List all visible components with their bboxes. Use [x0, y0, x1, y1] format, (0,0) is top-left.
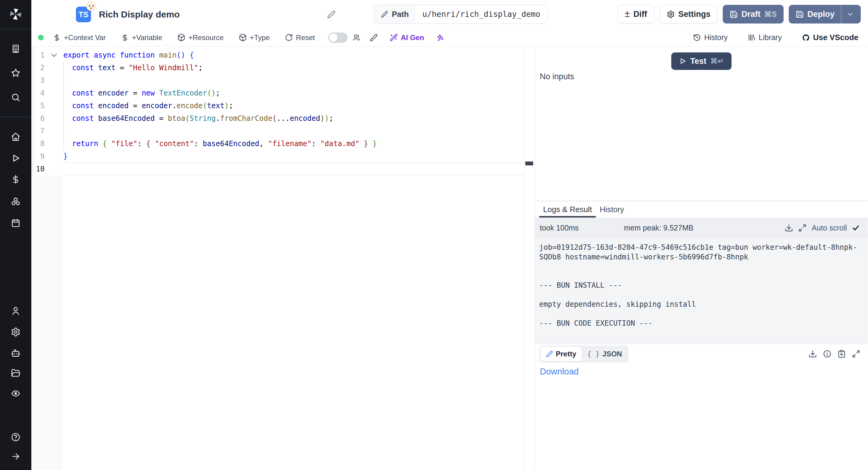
history-button[interactable]: History	[691, 33, 730, 42]
tab-logs-result[interactable]: Logs & Result	[539, 201, 596, 218]
code-line[interactable]: 6 const base64Encoded = btoa(String.from…	[31, 112, 524, 125]
library-icon	[747, 33, 755, 41]
add-resource-button[interactable]: +Resource	[176, 33, 225, 42]
pen-icon	[546, 350, 553, 357]
format-brush-icon[interactable]	[370, 33, 378, 41]
header-actions: ± Diff Settings Draft ⌘S Deploy	[618, 5, 861, 24]
sidebar-item-workspace[interactable]	[11, 44, 21, 54]
info-icon[interactable]	[823, 349, 832, 358]
line-number: 2	[31, 61, 44, 74]
sidebar-item-favorites[interactable]	[11, 68, 21, 78]
ai-gen-button[interactable]: AI Gen	[388, 33, 426, 42]
sidebar-item-resources[interactable]	[11, 197, 21, 207]
auto-scroll-label: Auto scroll	[812, 224, 847, 232]
toolbar-right: History Library Use VScode	[675, 33, 860, 42]
line-number: 1	[31, 49, 44, 61]
sidebar-item-runs[interactable]	[11, 153, 21, 163]
line-number: 8	[31, 137, 44, 150]
diff-mode-toggle[interactable]	[328, 33, 347, 43]
fold-chevron-icon[interactable]	[44, 49, 63, 61]
sidebar-item-folders[interactable]	[11, 368, 21, 378]
code-line[interactable]: 1export async function main() {	[31, 49, 524, 61]
add-context-var-button[interactable]: +Context Var	[51, 33, 107, 42]
sidebar-item-search[interactable]	[11, 93, 21, 102]
add-type-button[interactable]: +Type	[237, 33, 272, 42]
editor-gutter-bottom	[31, 175, 63, 470]
fold-margin	[44, 137, 63, 150]
code-editor[interactable]: 1export async function main() {2 const t…	[31, 46, 525, 470]
code-line[interactable]: 7	[31, 125, 524, 137]
library-button[interactable]: Library	[746, 33, 783, 42]
run-stats-bar: took 100ms mem peak: 9.527MB Auto scroll	[535, 218, 868, 238]
collaborators-icon[interactable]	[352, 33, 361, 41]
sidebar-item-help[interactable]	[11, 432, 21, 442]
result-toolbar: Pretty { } JSON	[535, 344, 868, 364]
sidebar-item-users[interactable]	[11, 306, 21, 316]
code-line[interactable]: 2 const text = "Hello Windmill";	[31, 61, 524, 74]
braces-icon: { }	[587, 350, 600, 358]
test-button[interactable]: Test ⌘↵	[671, 53, 732, 70]
github-icon	[802, 33, 810, 42]
dollar-icon	[121, 33, 129, 41]
clipboard-copy-icon[interactable]	[837, 349, 846, 358]
line-number: 9	[31, 150, 44, 163]
package-icon	[177, 33, 185, 41]
view-pretty-toggle[interactable]: Pretty	[540, 347, 582, 361]
settings-button[interactable]: Settings	[659, 5, 718, 24]
code-line[interactable]: 8 return { "file": { "content": base64En…	[31, 137, 524, 150]
draft-shortcut: ⌘S	[764, 10, 777, 19]
edit-title-icon[interactable]	[327, 10, 336, 19]
code-line[interactable]: 4 const encoder = new TextEncoder();	[31, 87, 524, 99]
code-line[interactable]: 3	[31, 74, 524, 87]
download-logs-icon[interactable]	[784, 224, 793, 232]
code-text: return { "file": { "content": base64Enco…	[63, 137, 524, 150]
use-vscode-button[interactable]: Use VScode	[800, 33, 860, 42]
deploy-button[interactable]: Deploy	[789, 5, 861, 24]
code-text	[63, 74, 524, 87]
sidebar-item-workers[interactable]	[11, 348, 21, 358]
expand-logs-icon[interactable]	[798, 224, 807, 232]
refresh-icon	[285, 33, 293, 41]
code-line[interactable]: 10	[31, 163, 524, 175]
sidebar-item-settings[interactable]	[11, 327, 21, 337]
code-lines: 1export async function main() {2 const t…	[31, 46, 524, 175]
view-json-toggle[interactable]: { } JSON	[582, 347, 627, 361]
gear-icon	[667, 10, 675, 19]
check-icon[interactable]	[852, 224, 860, 232]
sidebar	[0, 0, 31, 470]
status-dot	[38, 35, 44, 40]
pencil-icon	[381, 10, 388, 18]
expand-result-icon[interactable]	[852, 349, 861, 358]
path-field[interactable]: Path u/henri/rich_display_demo	[374, 4, 548, 24]
run-panel: Test ⌘↵ No inputs	[535, 46, 868, 201]
windmill-logo-icon[interactable]	[8, 7, 23, 22]
add-variable-button[interactable]: +Variable	[119, 33, 164, 42]
sidebar-expand-icon[interactable]	[11, 451, 21, 461]
download-result-link[interactable]: Download	[540, 367, 579, 376]
code-line[interactable]: 5 const encoded = encoder.encode(text);	[31, 99, 524, 112]
clock-history-icon	[693, 33, 701, 41]
code-line[interactable]: 9}	[31, 150, 524, 163]
result-view-switcher: Pretty { } JSON	[539, 346, 629, 363]
tab-history[interactable]: History	[596, 201, 628, 218]
line-number: 10	[31, 163, 44, 175]
fold-margin	[44, 150, 63, 163]
sparkles-icon[interactable]	[436, 33, 444, 41]
sidebar-item-variables[interactable]	[11, 175, 21, 184]
sidebar-item-audit-logs[interactable]	[11, 389, 21, 398]
download-result-icon[interactable]	[808, 349, 817, 358]
sidebar-item-home[interactable]	[11, 132, 21, 142]
right-panel: Test ⌘↵ No inputs Logs & Result History …	[535, 46, 868, 470]
save-icon	[796, 10, 804, 19]
diff-button[interactable]: ± Diff	[618, 5, 654, 24]
save-icon	[730, 10, 738, 19]
chevron-down-icon	[846, 10, 854, 18]
logs-output[interactable]: job=01912d75-163d-8204-47c9-5469c516cb1e…	[535, 238, 868, 344]
reset-button[interactable]: Reset	[283, 33, 317, 42]
panel-splitter[interactable]	[525, 46, 535, 470]
fold-margin	[44, 99, 63, 112]
content-area: 1export async function main() {2 const t…	[31, 46, 868, 470]
mem-peak-label: mem peak: 9.527MB	[624, 224, 693, 232]
sidebar-item-schedules[interactable]	[11, 218, 21, 228]
draft-button[interactable]: Draft ⌘S	[723, 5, 784, 24]
